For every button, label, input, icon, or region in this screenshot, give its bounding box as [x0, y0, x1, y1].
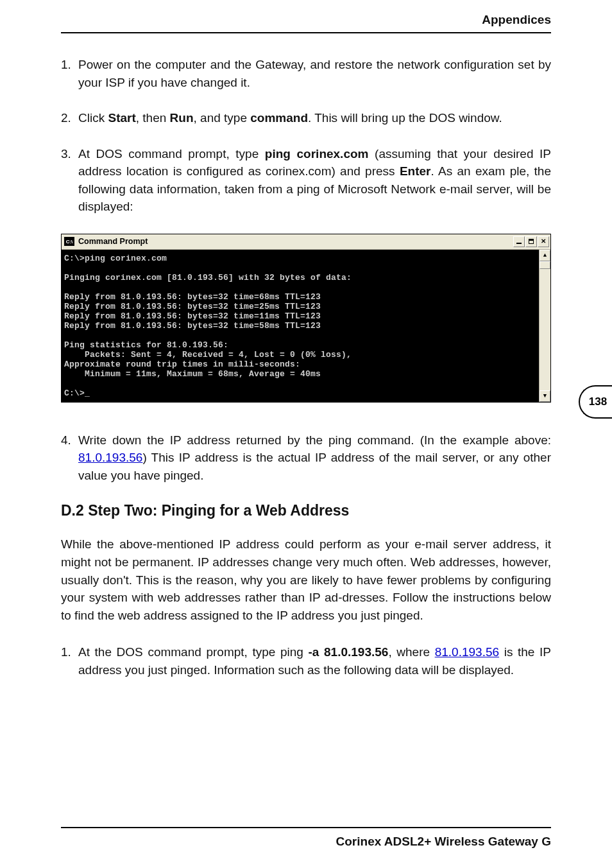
- step-list-b: 4.Write down the IP address returned by …: [61, 431, 551, 485]
- scrollbar[interactable]: ▲ ▼: [539, 250, 550, 402]
- list-body: Click Start, then Run, and type command.…: [78, 109, 551, 127]
- list-item: 1.At the DOS command prompt, type ping -…: [61, 643, 551, 679]
- scroll-thumb[interactable]: [540, 261, 550, 269]
- list-item: 4.Write down the IP address returned by …: [61, 431, 551, 485]
- list-number: 4.: [61, 431, 78, 485]
- list-body: At DOS command prompt, type ping corinex…: [78, 145, 551, 216]
- section-heading: D.2 Step Two: Pinging for a Web Address: [61, 502, 551, 519]
- maximize-button[interactable]: [525, 236, 537, 247]
- scroll-track[interactable]: [540, 261, 550, 390]
- list-body: Power on the computer and the Gateway, a…: [78, 56, 551, 91]
- list-item: 1.Power on the computer and the Gateway,…: [61, 56, 551, 91]
- list-number: 2.: [61, 109, 78, 127]
- section-paragraph: While the above-mentioned IP address cou…: [61, 535, 551, 624]
- list-body: At the DOS command prompt, type ping -a …: [78, 643, 551, 679]
- command-prompt-window: C:\ Command Prompt ✕ C:\>ping corinex.co…: [61, 234, 551, 403]
- step-list-c: 1.At the DOS command prompt, type ping -…: [61, 643, 551, 679]
- terminal-output: C:\>ping corinex.com Pinging corinex.com…: [62, 250, 539, 402]
- cmd-icon: C:\: [64, 237, 74, 246]
- close-button[interactable]: ✕: [538, 236, 549, 247]
- page-header: Appendices: [61, 13, 551, 33]
- list-item: 2.Click Start, then Run, and type comman…: [61, 109, 551, 127]
- list-number: 1.: [61, 643, 78, 679]
- list-body: Write down the IP address returned by th…: [78, 431, 551, 485]
- ip-link[interactable]: 81.0.193.56: [435, 645, 499, 659]
- ip-link[interactable]: 81.0.193.56: [78, 451, 142, 464]
- list-number: 1.: [61, 56, 78, 91]
- list-number: 3.: [61, 145, 78, 216]
- minimize-button[interactable]: [513, 236, 525, 247]
- window-titlebar: C:\ Command Prompt ✕: [62, 234, 550, 250]
- scroll-up-button[interactable]: ▲: [540, 250, 550, 261]
- page-number: 138: [579, 385, 612, 419]
- scroll-down-button[interactable]: ▼: [540, 390, 550, 402]
- window-title: Command Prompt: [78, 237, 513, 246]
- step-list-a: 1.Power on the computer and the Gateway,…: [61, 56, 551, 216]
- page-footer: Corinex ADSL2+ Wireless Gateway G: [61, 827, 551, 849]
- list-item: 3.At DOS command prompt, type ping corin…: [61, 145, 551, 216]
